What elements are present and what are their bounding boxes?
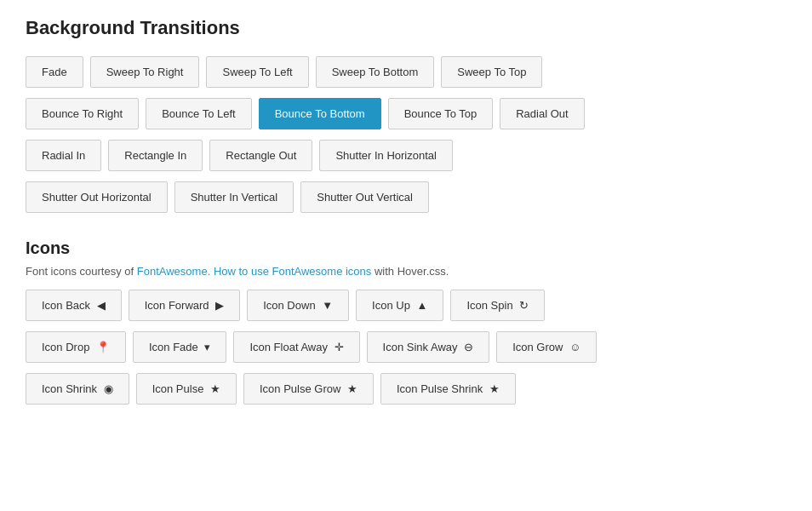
icon-button[interactable]: Icon Grow ☺ <box>496 331 597 363</box>
icon-button[interactable]: Icon Up ▲ <box>356 290 443 321</box>
icon-button-row: Icon Back ◀Icon Forward ▶Icon Down ▼Icon… <box>26 290 786 321</box>
icon-button[interactable]: Icon Shrink ◉ <box>26 373 129 405</box>
icon-button[interactable]: Icon Fade ▾ <box>133 331 226 363</box>
button-icon: ▾ <box>204 341 210 353</box>
transition-button[interactable]: Shutter Out Vertical <box>300 181 429 213</box>
icon-button-row: Icon Shrink ◉Icon Pulse ★Icon Pulse Grow… <box>26 373 786 405</box>
transition-button[interactable]: Sweep To Left <box>206 56 308 88</box>
icon-button[interactable]: Icon Pulse ★ <box>136 373 237 405</box>
button-icon: ▼ <box>322 299 333 312</box>
icon-button[interactable]: Icon Down ▼ <box>247 290 349 321</box>
button-row: FadeSweep To RightSweep To LeftSweep To … <box>26 56 786 88</box>
button-icon: ▶ <box>215 299 224 312</box>
icon-button[interactable]: Icon Pulse Shrink ★ <box>380 373 516 405</box>
transition-button[interactable]: Rectangle In <box>108 140 203 171</box>
icon-button-row: Icon Drop 📍Icon Fade ▾Icon Float Away ✛I… <box>26 331 786 363</box>
button-icon: ◀ <box>97 299 106 312</box>
transition-button[interactable]: Shutter In Horizontal <box>319 140 453 171</box>
button-icon: ↻ <box>519 299 529 312</box>
icons-title: Icons <box>26 238 786 258</box>
icons-container: Icon Back ◀Icon Forward ▶Icon Down ▼Icon… <box>26 290 786 405</box>
button-icon: 📍 <box>96 341 110 353</box>
transition-button[interactable]: Bounce To Bottom <box>259 98 381 129</box>
transition-button[interactable]: Bounce To Top <box>388 98 494 129</box>
button-icon: ⊖ <box>464 341 473 353</box>
background-transitions-title: Background Transitions <box>26 17 786 39</box>
icon-button[interactable]: Icon Float Away ✛ <box>233 331 359 363</box>
button-icon: ▲ <box>417 299 428 312</box>
transition-button[interactable]: Sweep To Right <box>90 56 200 88</box>
button-row: Radial InRectangle InRectangle OutShutte… <box>26 140 786 171</box>
transition-button[interactable]: Bounce To Right <box>26 98 139 129</box>
icon-button[interactable]: Icon Drop 📍 <box>26 331 126 363</box>
transition-button[interactable]: Sweep To Bottom <box>316 56 435 88</box>
button-icon: ★ <box>210 382 220 395</box>
background-transitions-container: FadeSweep To RightSweep To LeftSweep To … <box>26 56 786 213</box>
button-row: Bounce To RightBounce To LeftBounce To B… <box>26 98 786 129</box>
transition-button[interactable]: Bounce To Left <box>146 98 252 129</box>
icon-button[interactable]: Icon Forward ▶ <box>129 290 240 321</box>
button-icon: ◉ <box>104 382 113 395</box>
icons-credit: Font icons courtesy of FontAwesome. How … <box>26 265 786 278</box>
transition-button[interactable]: Shutter In Vertical <box>174 181 294 213</box>
transition-button[interactable]: Sweep To Top <box>441 56 542 88</box>
icon-button[interactable]: Icon Sink Away ⊖ <box>367 331 490 363</box>
transition-button[interactable]: Shutter Out Horizontal <box>26 181 168 213</box>
button-row: Shutter Out HorizontalShutter In Vertica… <box>26 181 786 213</box>
icon-button[interactable]: Icon Back ◀ <box>26 290 122 321</box>
fontawesome-link[interactable]: FontAwesome. <box>137 265 210 278</box>
transition-button[interactable]: Radial In <box>26 140 101 171</box>
icons-section: Icons Font icons courtesy of FontAwesome… <box>26 238 786 405</box>
button-icon: ★ <box>489 382 500 395</box>
transition-button[interactable]: Rectangle Out <box>209 140 312 171</box>
button-icon: ☺ <box>569 341 580 353</box>
transition-button[interactable]: Radial Out <box>500 98 584 129</box>
button-icon: ★ <box>347 382 357 395</box>
how-to-use-link[interactable]: How to use FontAwesome icons <box>214 265 371 278</box>
transition-button[interactable]: Fade <box>26 56 83 88</box>
icon-button[interactable]: Icon Pulse Grow ★ <box>243 373 374 405</box>
icon-button[interactable]: Icon Spin ↻ <box>450 290 545 321</box>
button-icon: ✛ <box>335 341 344 353</box>
